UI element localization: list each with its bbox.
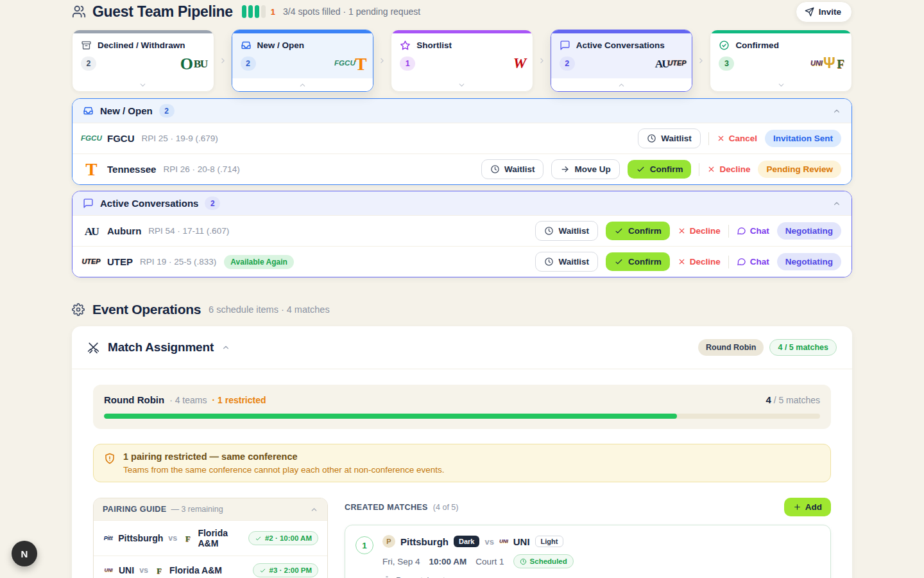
confirm-button[interactable]: Confirm: [628, 160, 692, 179]
pairing-guide-header: PAIRING GUIDE — 3 remaining: [94, 498, 327, 520]
chat-icon: [83, 198, 94, 209]
move-up-button[interactable]: Move Up: [551, 159, 619, 179]
decline-button[interactable]: Decline: [678, 257, 721, 267]
collapse-pairing-guide-button[interactable]: [310, 505, 318, 514]
wisconsin-logo: W: [513, 56, 526, 71]
spot-fill-bars: [242, 5, 266, 18]
check-icon: [614, 257, 624, 267]
notifications-fab[interactable]: N: [12, 541, 37, 566]
chevron-up-icon[interactable]: [298, 81, 307, 89]
pairing-restriction-warning: 1 pairing restricted — same conference T…: [93, 444, 831, 482]
match-date: Fri, Sep 4: [382, 557, 420, 566]
florida-am-logo: F: [837, 58, 844, 70]
match-note: Prematch setup: [396, 575, 454, 578]
clock-icon: [520, 558, 527, 565]
warning-body: Teams from the same conference cannot pl…: [123, 465, 445, 475]
stage-count: 1: [400, 57, 415, 71]
stage-card-confirmed[interactable]: Confirmed 3 UNI Ψ F: [710, 30, 852, 92]
stage-card-shortlist[interactable]: Shortlist 1 W: [391, 30, 533, 92]
stage-separator: [533, 30, 551, 92]
guest-team-pipeline-page: Guest Team Pipeline 1 3/4 spots filled ·…: [0, 0, 924, 578]
x-icon: [678, 258, 686, 266]
round-robin-summary: Round Robin · 4 teams · 1 restricted 4 /…: [93, 385, 831, 429]
clock-icon: [647, 134, 656, 143]
pairing-row[interactable]: UNI UNI vs F Florida A&M #3 · 2:00 PM: [94, 556, 327, 578]
pairings-remaining: — 3 remaining: [171, 505, 223, 514]
check-icon: [614, 226, 624, 236]
chat-button[interactable]: Chat: [737, 257, 769, 267]
stage-count: 2: [241, 57, 256, 71]
baylor-logo: BU: [194, 58, 207, 69]
match-time: 10:00 AM: [429, 557, 467, 566]
section-count: 2: [159, 104, 175, 118]
available-again-badge: Available Again: [224, 255, 293, 269]
chat-button[interactable]: Chat: [737, 226, 769, 236]
uni-logo: UNI: [105, 568, 113, 573]
match-assignment-panel: Match Assignment Round Robin 4 / 5 match…: [72, 326, 852, 578]
kit-badge-light: Light: [535, 536, 564, 547]
cancel-button[interactable]: Cancel: [717, 134, 757, 143]
team-record: RPI 19 · 25-5 (.833): [140, 257, 216, 267]
clock-icon: [490, 164, 500, 174]
chevron-down-icon[interactable]: [458, 81, 466, 89]
shield-alert-icon: [104, 453, 116, 464]
match-number: 1: [355, 536, 373, 554]
match-assignment-header: Match Assignment Round Robin 4 / 5 match…: [72, 326, 852, 369]
section-title: Event Operations: [92, 302, 201, 317]
chevron-right-icon: [538, 57, 546, 65]
chat-icon: [560, 40, 570, 51]
confirm-button[interactable]: Confirm: [606, 252, 670, 271]
team-record: RPI 26 · 20-8 (.714): [163, 164, 239, 174]
stage-card-new-open[interactable]: New / Open 2 FGCU T: [232, 30, 374, 92]
match-court: Court 1: [475, 557, 504, 566]
new-open-section: New / Open 2 FGCU FGCU RPI 25 · 19-9 (.6…: [72, 98, 852, 185]
check-icon: [636, 164, 646, 174]
matches-total: / 5 matches: [774, 395, 820, 405]
matches-done: 4: [766, 394, 771, 405]
chevron-down-icon[interactable]: [139, 81, 147, 89]
pairing-guide: PAIRING GUIDE — 3 remaining Pitt Pittsbu…: [93, 498, 328, 578]
oregon-logo: O: [180, 55, 193, 72]
confirm-button[interactable]: Confirm: [606, 222, 670, 240]
format-badge: Round Robin: [698, 339, 764, 356]
utep-logo: UTEP: [81, 258, 100, 265]
match-card[interactable]: 1 P Pittsburgh Dark vs UNI UNI Light: [345, 525, 831, 578]
waitlist-button[interactable]: Waitlist: [481, 159, 544, 179]
gear-icon: [72, 303, 85, 316]
chevron-right-icon: [219, 57, 227, 65]
tennessee-logo: T: [85, 161, 97, 179]
archive-icon: [81, 40, 92, 51]
waitlist-button[interactable]: Waitlist: [638, 128, 701, 148]
uni-logo: UNI: [499, 539, 508, 544]
team-row-fgcu: FGCU FGCU RPI 25 · 19-9 (.679) Waitlist …: [73, 123, 851, 153]
x-icon: [678, 227, 686, 235]
waitlist-button[interactable]: Waitlist: [535, 252, 598, 272]
teams-count: · 4 teams: [169, 395, 207, 405]
match-progress-fill: [104, 414, 677, 419]
spots-summary: 3/4 spots filled · 1 pending request: [283, 6, 420, 17]
invite-button[interactable]: Invite: [796, 1, 852, 22]
stage-count: 2: [81, 57, 96, 71]
check-icon: [259, 567, 266, 574]
chevron-up-icon: [832, 107, 841, 116]
waitlist-button[interactable]: Waitlist: [535, 221, 598, 241]
collapse-section-button[interactable]: [832, 199, 841, 208]
fgcu-logo: FGCU: [81, 135, 102, 143]
stage-card-declined[interactable]: Declined / Withdrawn 2 O BU: [72, 30, 214, 92]
stage-card-active-conversations[interactable]: Active Conversations 2 AU UTEP: [551, 30, 693, 92]
decline-button[interactable]: Decline: [678, 226, 721, 236]
collapse-panel-button[interactable]: [221, 343, 230, 352]
format-name: Round Robin: [104, 394, 164, 405]
restricted-count: · 1 restricted: [212, 395, 266, 405]
pairing-row[interactable]: Pitt Pittsburgh vs F Florida A&M #2 · 10…: [94, 520, 327, 556]
kit-badge-dark: Dark: [454, 536, 479, 547]
add-match-button[interactable]: Add: [784, 498, 831, 516]
stage-count: 2: [560, 57, 575, 71]
chat-icon: [737, 257, 746, 267]
collapse-section-button[interactable]: [832, 107, 841, 116]
decline-button[interactable]: Decline: [707, 164, 750, 174]
created-matches-count: (4 of 5): [433, 503, 459, 512]
chevron-up-icon[interactable]: [617, 81, 626, 89]
stage-separator: [373, 30, 391, 92]
chevron-down-icon[interactable]: [777, 81, 785, 89]
